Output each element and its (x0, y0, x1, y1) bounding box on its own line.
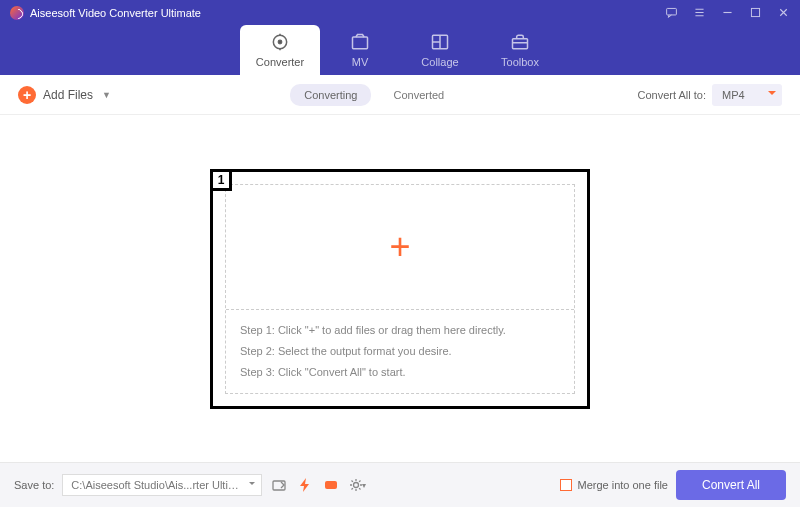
app-logo-icon (10, 6, 24, 20)
tab-collage[interactable]: Collage (400, 25, 480, 75)
open-folder-icon[interactable] (270, 476, 288, 494)
tab-toolbox[interactable]: Toolbox (480, 25, 560, 75)
output-format-select[interactable]: MP4 (712, 84, 782, 106)
convert-all-to-label: Convert All to: (638, 89, 706, 101)
close-icon[interactable] (776, 6, 790, 20)
add-plus-icon: + (389, 226, 410, 268)
plus-icon: + (18, 86, 36, 104)
step-text: Step 2: Select the output format you des… (240, 341, 560, 362)
step-text: Step 3: Click "Convert All" to start. (240, 362, 560, 383)
toolbar: + Add Files ▼ Converting Converted Conve… (0, 75, 800, 115)
step-text: Step 1: Click "+" to add files or drag t… (240, 320, 560, 341)
add-files-button[interactable]: + Add Files ▼ (18, 86, 111, 104)
menu-icon[interactable] (692, 6, 706, 20)
callout-badge: 1 (210, 169, 232, 191)
convert-all-button[interactable]: Convert All (676, 470, 786, 500)
tab-label: Converter (256, 56, 304, 68)
svg-rect-8 (325, 481, 337, 489)
tab-label: MV (352, 56, 369, 68)
merge-label: Merge into one file (577, 479, 668, 491)
svg-rect-6 (513, 39, 528, 49)
high-speed-icon[interactable] (322, 476, 340, 494)
save-to-label: Save to: (14, 479, 54, 491)
maximize-icon[interactable] (748, 6, 762, 20)
svg-point-9 (354, 483, 359, 488)
save-path-select[interactable]: C:\Aiseesoft Studio\Ais...rter Ultimate\… (62, 474, 262, 496)
drop-frame: 1 + Step 1: Click "+" to add files or dr… (210, 169, 590, 409)
feedback-icon[interactable] (664, 6, 678, 20)
merge-checkbox[interactable]: Merge into one file (560, 479, 668, 491)
segment-converted[interactable]: Converted (379, 84, 458, 106)
footer: Save to: C:\Aiseesoft Studio\Ais...rter … (0, 462, 800, 507)
window-controls (664, 6, 790, 20)
svg-rect-1 (751, 8, 759, 16)
svg-rect-4 (353, 37, 368, 49)
settings-icon[interactable]: ▾ (348, 476, 366, 494)
app-title: Aiseesoft Video Converter Ultimate (30, 7, 201, 19)
main-area: 1 + Step 1: Click "+" to add files or dr… (0, 115, 800, 462)
tab-label: Collage (421, 56, 458, 68)
minimize-icon[interactable] (720, 6, 734, 20)
segment-converting[interactable]: Converting (290, 84, 371, 106)
tab-mv[interactable]: MV (320, 25, 400, 75)
drop-zone-add-area[interactable]: + (226, 185, 574, 310)
tab-converter[interactable]: Converter (240, 25, 320, 75)
svg-point-3 (278, 40, 281, 43)
tab-bar: Converter MV Collage Toolbox (0, 25, 800, 75)
titlebar: Aiseesoft Video Converter Ultimate (0, 0, 800, 25)
gpu-accel-icon[interactable] (296, 476, 314, 494)
svg-rect-0 (666, 8, 676, 15)
drop-zone[interactable]: + Step 1: Click "+" to add files or drag… (225, 184, 575, 394)
tab-label: Toolbox (501, 56, 539, 68)
checkbox-icon (560, 479, 572, 491)
add-files-label: Add Files (43, 88, 93, 102)
instructions: Step 1: Click "+" to add files or drag t… (226, 310, 574, 393)
chevron-down-icon: ▼ (102, 90, 111, 100)
